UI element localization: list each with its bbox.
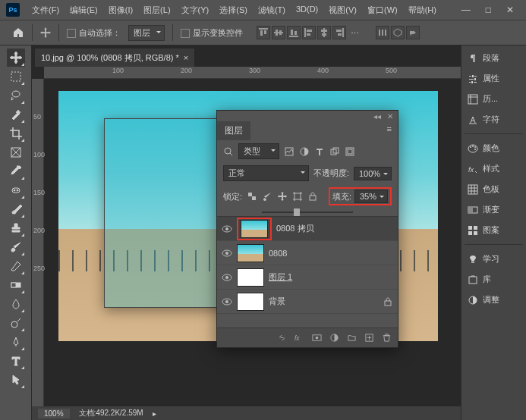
- delete-layer-icon[interactable]: [382, 333, 392, 343]
- dock-gradient[interactable]: 渐变: [465, 202, 523, 218]
- align-right-icon[interactable]: [332, 26, 346, 39]
- new-layer-icon[interactable]: [364, 333, 374, 343]
- dock-learn[interactable]: 学习: [465, 251, 523, 267]
- dock-styles[interactable]: fx样式: [465, 161, 523, 177]
- align-bottom-icon[interactable]: [287, 26, 301, 39]
- pen-tool[interactable]: [7, 333, 25, 351]
- layer-name[interactable]: 0808: [269, 249, 287, 258]
- menu-select[interactable]: 选择(S): [215, 3, 252, 17]
- dock-libraries[interactable]: 库: [465, 271, 523, 287]
- dock-adjustments[interactable]: 调整: [465, 292, 523, 308]
- align-more-button[interactable]: …: [348, 26, 362, 39]
- path-select-tool[interactable]: [7, 371, 25, 389]
- filter-shape-icon[interactable]: [329, 146, 340, 157]
- dock-color[interactable]: 颜色: [465, 140, 523, 156]
- show-transform-checkbox[interactable]: 显示变换控件: [181, 27, 243, 39]
- search-icon[interactable]: [223, 146, 234, 157]
- dock-properties[interactable]: 属性: [465, 71, 523, 86]
- dock-history[interactable]: 历...: [465, 91, 523, 107]
- lock-pixels-icon[interactable]: [262, 191, 272, 202]
- menu-image[interactable]: 图像(I): [104, 3, 137, 17]
- frame-tool[interactable]: [7, 143, 25, 161]
- gradient-tool[interactable]: [7, 276, 25, 294]
- filter-pixel-icon[interactable]: [284, 146, 294, 157]
- healing-tool[interactable]: [7, 181, 25, 199]
- layer-row[interactable]: 0808: [217, 241, 398, 265]
- visibility-icon[interactable]: [222, 224, 232, 234]
- brush-tool[interactable]: [7, 200, 25, 218]
- eyedropper-tool[interactable]: [7, 162, 25, 180]
- adjustment-layer-icon[interactable]: [329, 333, 339, 343]
- layer-name[interactable]: 0808 拷贝: [276, 223, 314, 234]
- menu-type[interactable]: 文字(Y): [177, 3, 214, 17]
- marquee-tool[interactable]: [7, 67, 25, 86]
- dock-patterns[interactable]: 图案: [465, 222, 523, 238]
- menu-filter[interactable]: 滤镜(T): [254, 3, 290, 17]
- tab-close-icon[interactable]: ×: [184, 53, 188, 62]
- lock-transparent-icon[interactable]: [247, 191, 257, 202]
- minimize-icon[interactable]: ―: [461, 5, 471, 15]
- menu-window[interactable]: 窗口(W): [363, 3, 402, 17]
- auto-select-target-dropdown[interactable]: 图层: [128, 25, 165, 41]
- home-icon[interactable]: [12, 27, 24, 39]
- zoom-level[interactable]: 100%: [38, 409, 70, 418]
- menu-view[interactable]: 视图(V): [324, 3, 361, 17]
- type-tool[interactable]: [7, 352, 25, 370]
- dock-character[interactable]: 字符: [465, 111, 523, 127]
- document-tab[interactable]: 10.jpg @ 100% (0808 拷贝, RGB/8) * ×: [35, 49, 194, 67]
- layer-fx-icon[interactable]: fx: [294, 333, 304, 343]
- maximize-icon[interactable]: □: [486, 5, 491, 15]
- crop-tool[interactable]: [7, 124, 25, 143]
- eraser-tool[interactable]: [7, 257, 25, 275]
- lock-icon[interactable]: [383, 296, 393, 307]
- dock-paragraph[interactable]: 段落: [465, 50, 523, 66]
- menu-layer[interactable]: 图层(L): [139, 3, 175, 17]
- panel-collapse-icon[interactable]: ◂◂: [373, 112, 381, 120]
- menu-file[interactable]: 文件(F): [27, 3, 64, 17]
- menu-3d[interactable]: 3D(D): [291, 3, 323, 17]
- layer-row[interactable]: 0808 拷贝: [217, 217, 398, 241]
- filter-smart-icon[interactable]: [345, 146, 355, 157]
- layer-group-icon[interactable]: [347, 333, 357, 343]
- align-top-icon[interactable]: [257, 26, 270, 39]
- share-icon[interactable]: [406, 26, 420, 39]
- lasso-tool[interactable]: [7, 86, 25, 105]
- menu-edit[interactable]: 编辑(E): [65, 3, 102, 17]
- layers-tab[interactable]: 图层: [217, 121, 250, 140]
- blur-tool[interactable]: [7, 295, 25, 313]
- menu-help[interactable]: 帮助(H): [404, 3, 441, 17]
- auto-select-checkbox[interactable]: 自动选择：: [67, 27, 121, 39]
- layer-mask-icon[interactable]: [312, 333, 322, 343]
- distribute-icon[interactable]: [376, 26, 389, 39]
- move-tool[interactable]: [7, 49, 25, 67]
- dodge-tool[interactable]: [7, 314, 25, 332]
- layer-name[interactable]: 背景: [269, 296, 285, 307]
- 3d-mode-icon[interactable]: [391, 26, 405, 39]
- layer-row[interactable]: 图层 1: [217, 265, 398, 290]
- lock-all-icon[interactable]: [307, 191, 318, 202]
- align-left-icon[interactable]: [302, 26, 316, 39]
- align-hcenter-icon[interactable]: [317, 26, 331, 39]
- panel-close-icon[interactable]: ✕: [387, 112, 393, 120]
- lock-artboard-icon[interactable]: [292, 191, 303, 202]
- layer-row[interactable]: 背景: [217, 290, 398, 314]
- visibility-icon[interactable]: [222, 248, 232, 259]
- visibility-icon[interactable]: [222, 272, 232, 283]
- layer-filter-dropdown[interactable]: 类型: [238, 143, 279, 159]
- fill-slider[interactable]: [262, 212, 353, 213]
- dock-swatches[interactable]: 色板: [465, 181, 523, 197]
- stamp-tool[interactable]: [7, 219, 25, 237]
- layer-name[interactable]: 图层 1: [269, 271, 292, 283]
- blend-mode-dropdown[interactable]: 正常: [223, 165, 309, 181]
- close-icon[interactable]: ✕: [506, 5, 514, 15]
- link-layers-icon[interactable]: [277, 333, 287, 343]
- lock-position-icon[interactable]: [277, 191, 288, 202]
- fill-input[interactable]: 35%: [354, 190, 388, 203]
- filter-adjustment-icon[interactable]: [299, 146, 310, 157]
- panel-menu-icon[interactable]: ≡: [381, 121, 398, 136]
- magic-wand-tool[interactable]: [7, 105, 25, 124]
- align-vcenter-icon[interactable]: [272, 26, 285, 39]
- chevron-right-icon[interactable]: ▸: [153, 409, 156, 418]
- history-brush-tool[interactable]: [7, 238, 25, 256]
- opacity-input[interactable]: 100%: [354, 167, 392, 180]
